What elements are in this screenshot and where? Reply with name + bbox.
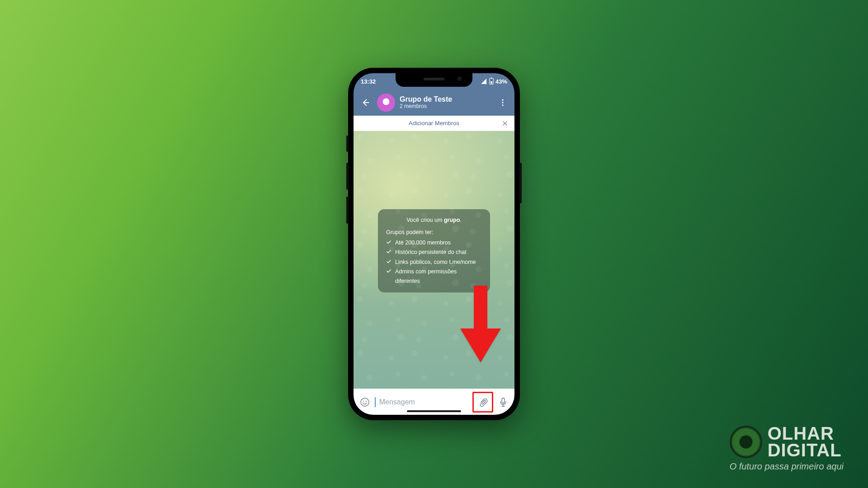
text-caret	[375, 397, 375, 407]
emoji-button[interactable]	[357, 394, 372, 410]
annotation-highlight-box	[472, 392, 493, 413]
card-feature-text: Admins com permissões diferentes	[395, 267, 482, 286]
card-feature-item: Histórico persistente do chat	[386, 248, 482, 257]
home-indicator[interactable]	[407, 410, 461, 412]
check-icon	[386, 239, 392, 245]
back-button[interactable]	[358, 95, 373, 110]
close-icon	[502, 120, 508, 127]
voice-message-button[interactable]	[496, 394, 511, 410]
svg-point-2	[502, 102, 503, 103]
chat-title: Grupo de Teste	[400, 95, 491, 103]
add-members-label: Adicionar Membros	[409, 120, 459, 127]
brand-line2: DIGITAL	[768, 442, 842, 459]
card-subhead: Grupos podem ter:	[386, 228, 482, 237]
more-options-button[interactable]	[495, 95, 510, 110]
card-feature-item: Admins com permissões diferentes	[386, 267, 482, 286]
card-feature-item: Até 200.000 membros	[386, 238, 482, 248]
status-battery: 43%	[495, 78, 507, 85]
phone-side-button	[519, 163, 522, 203]
add-members-bar[interactable]: Adicionar Membros	[354, 116, 514, 131]
brand-tagline: O futuro passa primeiro aqui	[730, 461, 844, 472]
attach-button[interactable]	[475, 394, 491, 410]
smile-icon	[359, 397, 370, 408]
phone-side-button	[346, 136, 349, 152]
svg-point-5	[363, 400, 363, 401]
annotation-arrow-down-icon	[460, 286, 501, 362]
message-input[interactable]	[379, 398, 470, 406]
card-headline-suffix: .	[460, 217, 461, 223]
phone-side-button	[346, 197, 349, 224]
chat-title-block[interactable]: Grupo de Teste 2 membros	[400, 95, 491, 110]
battery-icon	[489, 78, 494, 84]
arrow-left-icon	[361, 98, 370, 107]
card-feature-text: Links públicos, como t.me/nome	[395, 258, 476, 267]
dismiss-add-members-button[interactable]	[500, 118, 510, 128]
status-time: 13:32	[361, 78, 376, 85]
brand-line1: OLHAR	[768, 425, 842, 442]
group-avatar[interactable]	[377, 94, 395, 112]
check-icon	[386, 268, 392, 274]
card-headline-prefix: Você criou um	[406, 217, 444, 223]
more-vertical-icon	[498, 98, 507, 107]
microphone-icon	[498, 397, 509, 408]
card-feature-text: Até 200.000 membros	[395, 238, 451, 248]
group-created-card: Você criou um grupo. Grupos podem ter: A…	[378, 209, 490, 293]
chat-header: Grupo de Teste 2 membros	[354, 89, 514, 116]
svg-point-4	[361, 398, 369, 406]
card-feature-text: Histórico persistente do chat	[395, 248, 467, 257]
svg-point-3	[502, 104, 503, 106]
card-headline-bold: grupo	[444, 217, 460, 223]
brand-logo: OLHAR DIGITAL O futuro passa primeiro aq…	[730, 425, 844, 472]
svg-point-1	[502, 99, 503, 101]
svg-rect-7	[502, 398, 505, 403]
chat-subtitle: 2 membros	[400, 103, 491, 110]
card-feature-item: Links públicos, como t.me/nome	[386, 258, 482, 267]
brand-o-icon	[730, 426, 762, 458]
svg-point-6	[365, 400, 366, 401]
paperclip-icon	[477, 397, 488, 408]
check-icon	[386, 249, 392, 254]
check-icon	[386, 259, 392, 264]
phone-frame: 13:32 43% Grupo de Teste 2 membros Adic	[348, 68, 520, 420]
phone-notch	[396, 73, 472, 87]
phone-side-button	[346, 163, 349, 190]
signal-icon	[481, 79, 487, 84]
phone-screen: 13:32 43% Grupo de Teste 2 membros Adic	[354, 73, 514, 415]
